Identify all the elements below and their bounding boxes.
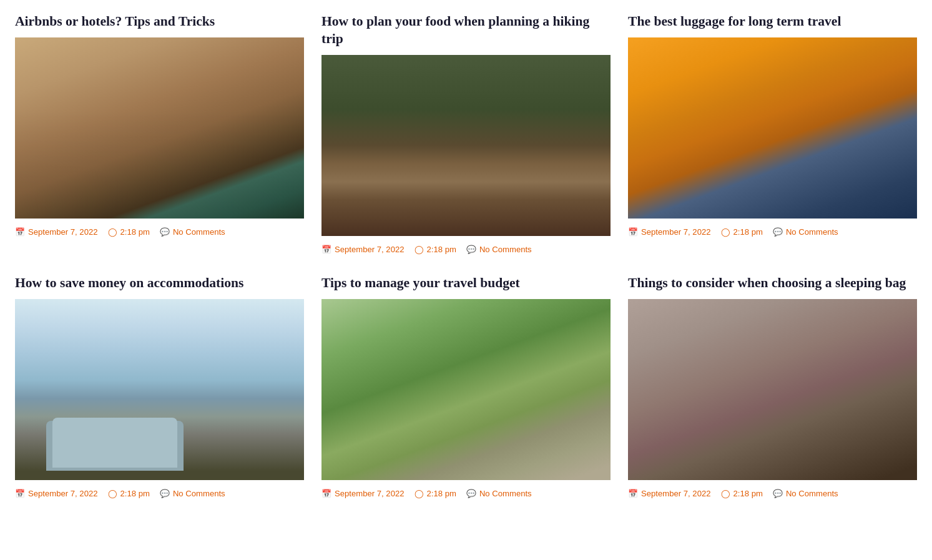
clock-icon: ◯: [108, 489, 117, 498]
card-time-budget: ◯ 2:18 pm: [414, 489, 456, 498]
card-image-budget: [321, 299, 611, 480]
card-comments-hiking[interactable]: 💬 No Comments: [466, 245, 532, 254]
card-meta-accommodation: 📅 September 7, 2022 ◯ 2:18 pm 💬 No Comme…: [15, 489, 304, 498]
card-time-hiking: ◯ 2:18 pm: [414, 245, 456, 254]
card-meta-hiking: 📅 September 7, 2022 ◯ 2:18 pm 💬 No Comme…: [321, 245, 611, 254]
card-image-hiking: [321, 55, 611, 236]
comment-icon: 💬: [160, 489, 170, 498]
comment-icon: 💬: [466, 245, 476, 254]
card-hiking[interactable]: How to plan your food when planning a hi…: [321, 12, 611, 254]
card-date-accommodation: 📅 September 7, 2022: [15, 489, 98, 498]
card-meta-budget: 📅 September 7, 2022 ◯ 2:18 pm 💬 No Comme…: [321, 489, 611, 498]
card-title-airbnb: Airbnbs or hotels? Tips and Tricks: [15, 12, 304, 30]
card-image-sleeping-bag: [628, 299, 917, 480]
clock-icon: ◯: [721, 489, 730, 498]
card-date-airbnb: 📅 September 7, 2022: [15, 227, 98, 237]
card-date-hiking: 📅 September 7, 2022: [321, 245, 405, 254]
card-date-budget: 📅 September 7, 2022: [321, 489, 405, 498]
card-time-airbnb: ◯ 2:18 pm: [108, 227, 150, 237]
comment-icon: 💬: [773, 227, 783, 237]
clock-icon: ◯: [721, 227, 730, 237]
card-meta-sleeping-bag: 📅 September 7, 2022 ◯ 2:18 pm 💬 No Comme…: [628, 489, 917, 498]
clock-icon: ◯: [108, 227, 117, 237]
card-image-accommodation: [15, 299, 304, 480]
card-image-airbnb: [15, 37, 304, 219]
card-meta-luggage: 📅 September 7, 2022 ◯ 2:18 pm 💬 No Comme…: [628, 227, 917, 237]
card-title-luggage: The best luggage for long term travel: [628, 12, 917, 30]
comment-icon: 💬: [160, 227, 170, 237]
card-sleeping-bag[interactable]: Things to consider when choosing a sleep…: [628, 274, 917, 498]
calendar-icon: 📅: [628, 227, 638, 237]
calendar-icon: 📅: [15, 227, 25, 237]
card-luggage[interactable]: The best luggage for long term travel 📅 …: [628, 12, 917, 254]
card-meta-airbnb: 📅 September 7, 2022 ◯ 2:18 pm 💬 No Comme…: [15, 227, 304, 237]
clock-icon: ◯: [414, 489, 424, 498]
card-airbnb[interactable]: Airbnbs or hotels? Tips and Tricks 📅 Sep…: [15, 12, 304, 254]
clock-icon: ◯: [414, 245, 424, 254]
card-title-budget: Tips to manage your travel budget: [321, 274, 611, 292]
card-comments-accommodation[interactable]: 💬 No Comments: [160, 489, 225, 498]
card-date-luggage: 📅 September 7, 2022: [628, 227, 711, 237]
blog-grid: Airbnbs or hotels? Tips and Tricks 📅 Sep…: [15, 12, 917, 498]
card-accommodation[interactable]: How to save money on accommodations 📅 Se…: [15, 274, 304, 498]
card-title-sleeping-bag: Things to consider when choosing a sleep…: [628, 274, 917, 292]
comment-icon: 💬: [466, 489, 476, 498]
card-comments-luggage[interactable]: 💬 No Comments: [773, 227, 838, 237]
calendar-icon: 📅: [321, 245, 331, 254]
card-budget[interactable]: Tips to manage your travel budget 📅 Sept…: [321, 274, 611, 498]
card-time-sleeping-bag: ◯ 2:18 pm: [721, 489, 763, 498]
card-image-luggage: [628, 37, 917, 219]
card-time-accommodation: ◯ 2:18 pm: [108, 489, 150, 498]
calendar-icon: 📅: [321, 489, 331, 498]
card-comments-sleeping-bag[interactable]: 💬 No Comments: [773, 489, 838, 498]
calendar-icon: 📅: [628, 489, 638, 498]
card-comments-airbnb[interactable]: 💬 No Comments: [160, 227, 225, 237]
card-date-sleeping-bag: 📅 September 7, 2022: [628, 489, 711, 498]
card-title-hiking: How to plan your food when planning a hi…: [321, 12, 611, 47]
card-title-accommodation: How to save money on accommodations: [15, 274, 304, 292]
calendar-icon: 📅: [15, 489, 25, 498]
card-time-luggage: ◯ 2:18 pm: [721, 227, 763, 237]
comment-icon: 💬: [773, 489, 783, 498]
card-comments-budget[interactable]: 💬 No Comments: [466, 489, 532, 498]
